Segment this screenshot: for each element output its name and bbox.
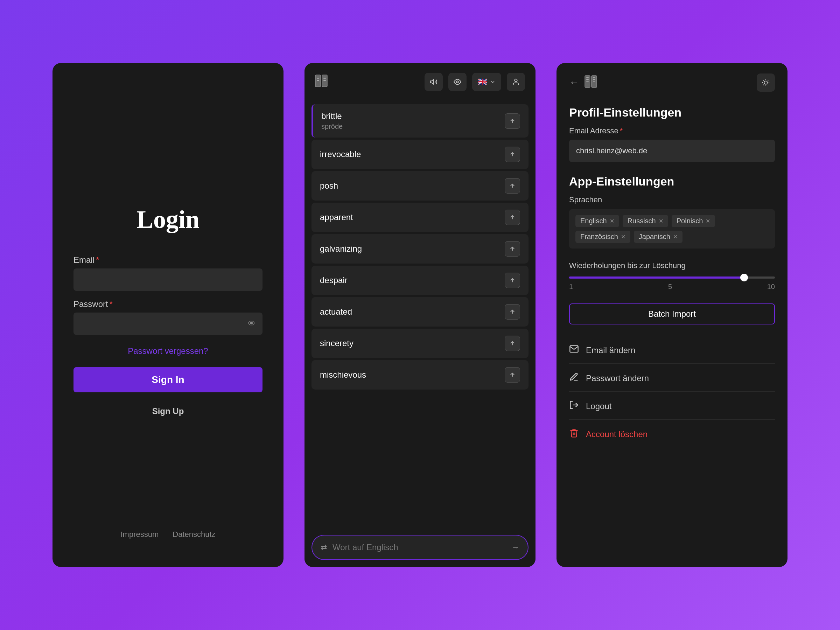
- change-email-label: Email ändern: [586, 346, 635, 355]
- email-required: *: [96, 255, 99, 265]
- impressum-link[interactable]: Impressum: [120, 530, 159, 539]
- vocab-item-text: galvanizing: [320, 244, 362, 254]
- slider-marks: 1 5 10: [569, 283, 775, 291]
- settings-menu: Email ändern Passwort ändern: [569, 337, 775, 447]
- svg-point-28: [764, 81, 767, 84]
- vocab-up-button[interactable]: [505, 241, 520, 257]
- tag-remove-icon[interactable]: ✕: [610, 218, 614, 224]
- language-tag[interactable]: Französisch ✕: [575, 231, 630, 243]
- settings-panel: ←: [556, 63, 788, 567]
- vocab-item-text: posh: [320, 181, 338, 191]
- change-email-item[interactable]: Email ändern: [569, 337, 775, 364]
- profile-button[interactable]: [507, 73, 525, 91]
- svg-point-9: [456, 81, 458, 83]
- svg-rect-5: [324, 77, 326, 77]
- tag-remove-icon[interactable]: ✕: [706, 218, 710, 224]
- settings-header: ←: [569, 74, 775, 92]
- vocab-item-text: despair: [320, 275, 347, 285]
- email-field[interactable]: [74, 268, 262, 291]
- password-label: Passwort *: [74, 299, 262, 309]
- tag-remove-icon[interactable]: ✕: [621, 234, 625, 240]
- list-item[interactable]: posh: [311, 171, 529, 201]
- vocab-up-button[interactable]: [505, 210, 520, 225]
- sign-in-button[interactable]: Sign In: [74, 367, 262, 392]
- delete-account-label: Account löschen: [586, 429, 647, 439]
- vocab-header: 🇬🇧: [305, 63, 535, 101]
- email-icon: [569, 344, 579, 356]
- search-input[interactable]: [333, 543, 506, 552]
- svg-rect-6: [324, 78, 326, 79]
- password-wrapper: 👁: [74, 313, 262, 335]
- audio-button[interactable]: [425, 73, 443, 91]
- tag-label: Polnisch: [677, 217, 703, 225]
- logout-icon: [569, 400, 579, 412]
- password-group: Passwort * 👁: [74, 299, 262, 335]
- vocab-word: apparent: [320, 212, 353, 222]
- list-item[interactable]: brittle spröde: [311, 104, 529, 137]
- sign-up-link[interactable]: Sign Up: [74, 406, 262, 416]
- vocab-up-button[interactable]: [505, 114, 520, 129]
- theme-toggle-button[interactable]: [757, 74, 775, 92]
- svg-rect-2: [317, 77, 319, 77]
- vocab-word: actuated: [320, 307, 352, 317]
- svg-rect-25: [593, 77, 595, 78]
- search-bar: ⇄ →: [311, 535, 529, 560]
- vocab-word: despair: [320, 275, 347, 285]
- language-tag[interactable]: Russisch ✕: [623, 215, 668, 227]
- list-item[interactable]: galvanizing: [311, 234, 529, 264]
- header-controls: 🇬🇧: [425, 73, 525, 91]
- list-item[interactable]: despair: [311, 266, 529, 295]
- slider-min-label: 1: [569, 283, 573, 291]
- list-item[interactable]: sincerety: [311, 328, 529, 358]
- email-label: Email *: [74, 255, 262, 265]
- slider-wrapper: 1 5 10: [569, 276, 775, 291]
- login-panel: Login Email * Passwort * 👁: [52, 63, 284, 567]
- slider-label: Wiederholungen bis zur Löschung: [569, 261, 775, 270]
- svg-point-10: [515, 79, 517, 82]
- delete-account-item[interactable]: Account löschen: [569, 421, 775, 447]
- email-address-field[interactable]: [569, 140, 775, 162]
- tag-remove-icon[interactable]: ✕: [659, 218, 663, 224]
- change-password-item[interactable]: Passwort ändern: [569, 365, 775, 392]
- edit-icon: [569, 372, 579, 384]
- tag-label: Englisch: [580, 217, 607, 225]
- back-button[interactable]: ←: [569, 77, 579, 88]
- language-tag[interactable]: Japanisch ✕: [634, 231, 682, 243]
- email-required-star: *: [620, 126, 623, 136]
- batch-import-button[interactable]: Batch Import: [569, 303, 775, 324]
- vocab-item-text: brittle spröde: [321, 111, 343, 131]
- email-address-label: Email Adresse *: [569, 126, 775, 136]
- vocab-up-button[interactable]: [505, 147, 520, 162]
- slider-section: Wiederholungen bis zur Löschung 1 5 10: [569, 261, 775, 291]
- email-group: Email *: [74, 255, 262, 291]
- vocab-up-button[interactable]: [505, 178, 520, 194]
- vocab-up-button[interactable]: [505, 336, 520, 351]
- svg-line-36: [768, 80, 768, 81]
- slider-max-label: 10: [767, 283, 775, 291]
- vocab-up-button[interactable]: [505, 367, 520, 382]
- datenschutz-link[interactable]: Datenschutz: [172, 530, 215, 539]
- language-tag[interactable]: Polnisch ✕: [672, 215, 715, 227]
- svg-rect-24: [586, 81, 589, 82]
- logout-item[interactable]: Logout: [569, 393, 775, 420]
- list-item[interactable]: mischievous: [311, 360, 529, 390]
- list-item[interactable]: irrevocable: [311, 140, 529, 169]
- eye-icon[interactable]: 👁: [248, 319, 256, 328]
- vocab-footer: ⇄ →: [305, 528, 535, 567]
- tag-remove-icon[interactable]: ✕: [673, 234, 677, 240]
- password-required: *: [109, 299, 113, 309]
- slider-thumb[interactable]: [740, 274, 748, 281]
- language-selector[interactable]: 🇬🇧: [472, 73, 501, 91]
- swap-icon[interactable]: ⇄: [321, 543, 327, 552]
- language-tag[interactable]: Englisch ✕: [575, 215, 619, 227]
- vocab-up-button[interactable]: [505, 304, 520, 319]
- forgot-password-link[interactable]: Passwort vergessen?: [74, 346, 262, 356]
- trash-icon: [569, 428, 579, 440]
- password-field[interactable]: [74, 313, 262, 335]
- svg-line-32: [768, 85, 768, 85]
- vocab-up-button[interactable]: [505, 273, 520, 288]
- arrow-right-icon[interactable]: →: [512, 543, 519, 552]
- visibility-button[interactable]: [448, 73, 467, 91]
- list-item[interactable]: actuated: [311, 297, 529, 327]
- list-item[interactable]: apparent: [311, 203, 529, 232]
